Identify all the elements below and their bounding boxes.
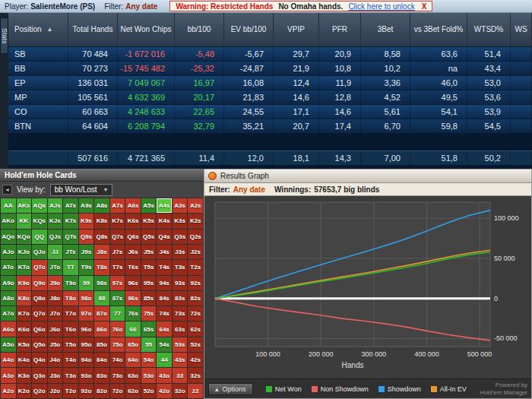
hand-cell-93o[interactable]: 93o: [79, 368, 94, 382]
hand-cell-KTo[interactable]: KTo: [17, 260, 32, 274]
hand-cell-42o[interactable]: 42o: [157, 384, 172, 398]
hand-cell-22[interactable]: 22: [188, 384, 203, 398]
hand-cell-85o[interactable]: 85o: [94, 337, 109, 352]
hand-cell-83s[interactable]: 83s: [173, 291, 188, 306]
hand-cell-J4o[interactable]: J4o: [48, 353, 63, 367]
hand-cell-T9s[interactable]: T9s: [79, 260, 94, 274]
hand-cell-K7s[interactable]: K7s: [110, 214, 125, 228]
hand-cell-74o[interactable]: 74o: [110, 353, 125, 367]
hand-cell-A8s[interactable]: A8s: [94, 198, 109, 213]
hand-cell-63s[interactable]: 63s: [173, 321, 188, 336]
hand-cell-Q2o[interactable]: Q2o: [32, 384, 47, 398]
hand-cell-K3s[interactable]: K3s: [173, 214, 188, 228]
hand-cell-J8o[interactable]: J8o: [48, 291, 63, 306]
hand-cell-T8s[interactable]: T8s: [94, 260, 109, 274]
hand-cell-Q8s[interactable]: Q8s: [94, 230, 109, 244]
table-row[interactable]: SB70 484-1 672 016-5,48-5,6729,720,98,58…: [8, 47, 532, 62]
hand-cell-73s[interactable]: 73s: [173, 306, 188, 321]
column-header-ws[interactable]: WS: [511, 13, 532, 46]
hand-cell-A2s[interactable]: A2s: [188, 198, 203, 213]
hand-cell-KJo[interactable]: KJo: [17, 245, 32, 259]
hand-cell-K6o[interactable]: K6o: [17, 321, 32, 336]
hand-cell-J3s[interactable]: J3s: [173, 245, 188, 259]
hand-cell-84o[interactable]: 84o: [94, 353, 109, 367]
hand-cell-TT[interactable]: TT: [63, 260, 78, 274]
hand-cell-87s[interactable]: 87s: [110, 291, 125, 306]
hand-cell-J9s[interactable]: J9s: [79, 245, 94, 259]
hand-cell-K7o[interactable]: K7o: [17, 306, 32, 321]
hand-cell-J2o[interactable]: J2o: [48, 384, 63, 398]
hand-cell-64s[interactable]: 64s: [157, 321, 172, 336]
hand-cell-J8s[interactable]: J8s: [94, 245, 109, 259]
hand-cell-AKs[interactable]: AKs: [17, 198, 32, 213]
hand-cell-KJs[interactable]: KJs: [48, 214, 63, 228]
hand-cell-84s[interactable]: 84s: [157, 291, 172, 306]
hand-cell-K4o[interactable]: K4o: [17, 353, 32, 367]
unlock-link[interactable]: Click here to unlock: [348, 2, 414, 11]
hand-cell-73o[interactable]: 73o: [110, 368, 125, 382]
hand-cell-Q8o[interactable]: Q8o: [32, 291, 47, 306]
hand-cell-T2o[interactable]: T2o: [63, 384, 78, 398]
table-row[interactable]: BB70 273-15 745 482-25,32-24,8721,910,81…: [8, 62, 532, 76]
hand-cell-A4o[interactable]: A4o: [1, 353, 16, 367]
hand-cell-K9o[interactable]: K9o: [17, 276, 32, 290]
hand-cell-83o[interactable]: 83o: [94, 368, 109, 382]
hand-cell-JTs[interactable]: JTs: [63, 245, 78, 259]
hand-cell-65o[interactable]: 65o: [125, 337, 141, 352]
hand-cell-JJ[interactable]: JJ: [48, 245, 63, 259]
hand-cell-66[interactable]: 66: [125, 321, 141, 336]
hand-cell-72o[interactable]: 72o: [110, 384, 125, 398]
hand-cell-87o[interactable]: 87o: [94, 306, 109, 321]
hand-cell-94s[interactable]: 94s: [157, 276, 172, 290]
column-header-wtsd[interactable]: WTSD%: [467, 13, 511, 46]
hand-cell-J4s[interactable]: J4s: [157, 245, 172, 259]
hand-cell-Q6s[interactable]: Q6s: [125, 230, 141, 244]
hand-cell-A3s[interactable]: A3s: [173, 198, 188, 213]
column-header-bb100[interactable]: bb/100: [175, 13, 224, 46]
column-header-threebet[interactable]: 3Bet: [361, 13, 410, 46]
hand-cell-A5s[interactable]: A5s: [141, 198, 157, 213]
hand-cell-33[interactable]: 33: [173, 368, 188, 382]
column-header-vpip[interactable]: VPIP: [274, 13, 319, 46]
hand-cell-K8o[interactable]: K8o: [17, 291, 32, 306]
filter-value[interactable]: Any date: [125, 2, 157, 11]
hand-cell-J9o[interactable]: J9o: [48, 276, 63, 290]
hand-cell-A4s[interactable]: A4s: [157, 198, 172, 213]
hand-cell-97s[interactable]: 97s: [110, 276, 125, 290]
column-header-net[interactable]: Net Won Chips: [118, 13, 175, 46]
hand-cell-99[interactable]: 99: [79, 276, 94, 290]
hand-cell-Q7o[interactable]: Q7o: [32, 306, 47, 321]
hand-cell-K2s[interactable]: K2s: [188, 214, 203, 228]
hand-cell-KTs[interactable]: KTs: [63, 214, 78, 228]
hand-cell-QJo[interactable]: QJo: [32, 245, 47, 259]
hand-cell-98o[interactable]: 98o: [79, 291, 94, 306]
hand-cell-K5s[interactable]: K5s: [141, 214, 157, 228]
tab-stats[interactable]: Stats: [0, 17, 8, 54]
hand-cell-JTo[interactable]: JTo: [48, 260, 63, 274]
hand-cell-Q3s[interactable]: Q3s: [173, 230, 188, 244]
collapse-left-icon[interactable]: ◄: [2, 185, 12, 195]
hand-cell-42s[interactable]: 42s: [188, 353, 203, 367]
hand-cell-J7o[interactable]: J7o: [48, 306, 63, 321]
hand-cell-K3o[interactable]: K3o: [17, 368, 32, 382]
hand-cell-A2o[interactable]: A2o: [1, 384, 16, 398]
hand-cell-86s[interactable]: 86s: [125, 291, 141, 306]
hand-cell-T5s[interactable]: T5s: [141, 260, 157, 274]
hand-cell-K9s[interactable]: K9s: [79, 214, 94, 228]
hand-cell-AJo[interactable]: AJo: [1, 245, 16, 259]
hand-cell-ATs[interactable]: ATs: [63, 198, 78, 213]
hand-cell-T6s[interactable]: T6s: [125, 260, 141, 274]
hand-cell-92o[interactable]: 92o: [79, 384, 94, 398]
hand-cell-55[interactable]: 55: [141, 337, 157, 352]
hand-cell-76o[interactable]: 76o: [110, 321, 125, 336]
hand-cell-43o[interactable]: 43o: [157, 368, 172, 382]
hand-cell-96o[interactable]: 96o: [79, 321, 94, 336]
hand-cell-AQo[interactable]: AQo: [1, 230, 16, 244]
hand-cell-53o[interactable]: 53o: [141, 368, 157, 382]
hand-cell-AQs[interactable]: AQs: [32, 198, 47, 213]
hand-cell-44[interactable]: 44: [157, 353, 172, 367]
hand-cell-AKo[interactable]: AKo: [1, 214, 16, 228]
table-row[interactable]: MP105 5614 632 36920,1721,8314,612,84,52…: [8, 90, 532, 105]
hand-cell-AJs[interactable]: AJs: [48, 198, 63, 213]
hand-cell-92s[interactable]: 92s: [188, 276, 203, 290]
